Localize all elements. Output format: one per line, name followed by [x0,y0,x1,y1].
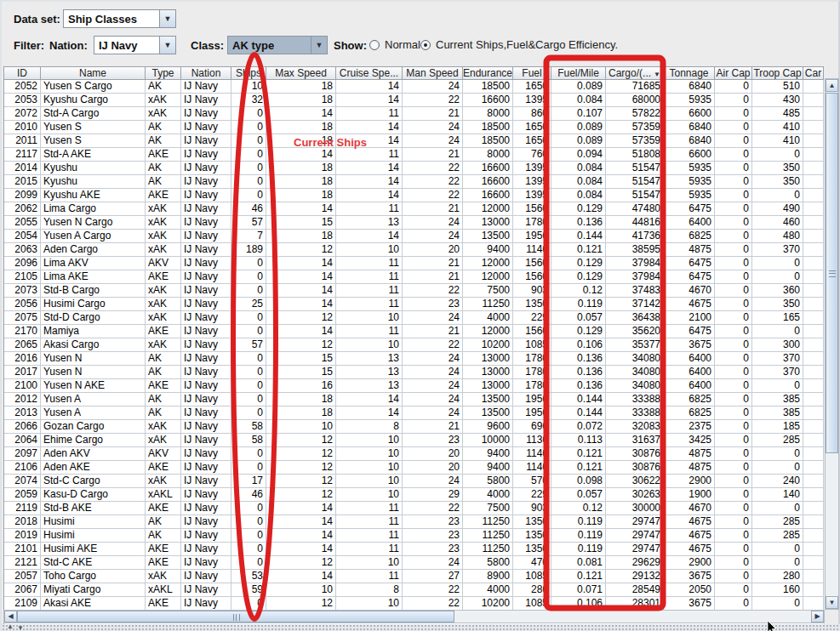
cell-air-cap[interactable]: 0 [715,406,752,420]
table-row[interactable]: 2016Yusen NAKIJ Navy01513241300017800.13… [4,352,824,366]
cell-cruise-spe[interactable]: 11 [336,148,403,162]
cell-fuel[interactable]: 1956 [513,393,551,406]
cell-cargo[interactable]: 51808 [606,148,664,162]
cell-type[interactable]: xAK [146,216,181,230]
table-row[interactable]: 2013Yusen AAKIJ Navy01814241350019560.14… [4,406,824,420]
cell-car[interactable] [803,162,824,175]
cell-car[interactable] [803,597,824,611]
cell-fuel[interactable]: 1146 [513,447,551,461]
table-row[interactable]: 2057Toho CargoxAKIJ Navy5314112789001085… [4,570,824,583]
cell-cargo[interactable]: 29629 [606,556,664,570]
cell-endurance[interactable]: 9400 [463,447,513,461]
cell-id[interactable]: 2065 [4,338,41,352]
cell-type[interactable]: AK [146,352,181,366]
cell-nation[interactable]: IJ Navy [181,121,231,134]
table-row[interactable]: 2017Yusen NAKIJ Navy01513241300017800.13… [4,366,824,379]
cell-fuel[interactable]: 696 [513,420,551,434]
cell-troop-cap[interactable]: 0 [752,379,803,393]
cell-car[interactable] [803,352,824,366]
cell-tonnage[interactable]: 2375 [664,420,715,434]
cell-nation[interactable]: IJ Navy [181,570,231,583]
cell-name[interactable]: Husimi AKE [41,543,146,556]
cell-car[interactable] [803,529,824,543]
cell-endurance[interactable]: 7500 [463,502,513,515]
cell-troop-cap[interactable]: 430 [752,94,803,107]
cell-air-cap[interactable]: 0 [715,597,752,611]
cell-troop-cap[interactable]: 510 [752,80,803,94]
cell-ships[interactable]: 46 [231,488,266,502]
table-row[interactable]: 2170MamiyaAKEIJ Navy01411211200015600.12… [4,325,824,338]
cell-fuel-mile[interactable]: 0.136 [551,379,606,393]
cell-max-speed[interactable]: 12 [266,447,336,461]
cell-name[interactable]: Akasi AKE [41,597,146,611]
class-combobox[interactable]: AK type ▼ [227,36,328,54]
cell-cruise-spe[interactable]: 13 [336,379,403,393]
cell-ships[interactable]: 0 [231,257,266,270]
cell-cargo[interactable]: 30000 [606,502,664,515]
table-row[interactable]: 2019HusimiAKIJ Navy01411231125013500.119… [4,529,824,543]
cell-air-cap[interactable]: 0 [715,243,752,257]
cell-troop-cap[interactable]: 0 [752,556,803,570]
cell-name[interactable]: Kyushu [41,175,146,189]
cell-cruise-spe[interactable]: 11 [336,107,403,121]
radio-normal[interactable]: Normal [369,38,420,51]
table-row[interactable]: 2101Husimi AKEAKEIJ Navy0141123112501350… [4,543,824,556]
cell-max-speed[interactable]: 14 [266,284,336,298]
cell-name[interactable]: Husimi Cargo [41,298,146,311]
cell-max-speed[interactable]: 14 [266,298,336,311]
cell-cargo[interactable]: 30263 [606,488,664,502]
cell-name[interactable]: Yusen S [41,121,146,134]
cell-name[interactable]: Std-D Cargo [41,311,146,325]
cell-air-cap[interactable]: 0 [715,284,752,298]
cell-max-speed[interactable]: 12 [266,488,336,502]
cell-man-speed[interactable]: 24 [403,475,463,488]
cell-air-cap[interactable]: 0 [715,420,752,434]
cell-endurance[interactable]: 16600 [463,94,513,107]
cell-fuel[interactable]: 860 [513,107,551,121]
table-row[interactable]: 2067Miyati CargoxAKLIJ Navy5910822400028… [4,583,824,597]
cell-cargo[interactable]: 30876 [606,447,664,461]
table-row[interactable]: 2054Yusen A CargoxAKIJ Navy7181424135001… [4,230,824,243]
table-row[interactable]: 2105Lima AKEAKEIJ Navy01411211200015600.… [4,270,824,284]
cell-cargo[interactable]: 44816 [606,216,664,230]
cell-air-cap[interactable]: 0 [715,107,752,121]
table-row[interactable]: 2121Std-C AKEAKEIJ Navy012102458004700.0… [4,556,824,570]
table-row[interactable]: 2066Gozan CargoxAKIJ Navy581082196006960… [4,420,824,434]
cell-max-speed[interactable]: 12 [266,597,336,611]
cell-type[interactable]: xAKL [146,583,181,597]
cell-car[interactable] [803,475,824,488]
column-header-fuel[interactable]: Fuel [513,67,551,80]
cell-endurance[interactable]: 12000 [463,202,513,216]
cell-fuel-mile[interactable]: 0.12 [551,284,606,298]
cell-air-cap[interactable]: 0 [715,134,752,148]
cell-nation[interactable]: IJ Navy [181,134,231,148]
cell-cruise-spe[interactable]: 13 [336,216,403,230]
cell-endurance[interactable]: 13500 [463,230,513,243]
cell-max-speed[interactable]: 14 [266,543,336,556]
cell-air-cap[interactable]: 0 [715,162,752,175]
cell-troop-cap[interactable]: 240 [752,475,803,488]
splitter-collapse-down-icon[interactable]: ▼ [17,625,24,631]
cell-troop-cap[interactable]: 410 [752,134,803,148]
cell-endurance[interactable]: 18500 [463,134,513,148]
cell-man-speed[interactable]: 21 [403,270,463,284]
cell-troop-cap[interactable]: 0 [752,502,803,515]
cell-fuel[interactable]: 903 [513,284,551,298]
cell-cargo[interactable]: 29747 [606,515,664,529]
cell-type[interactable]: xAK [146,94,181,107]
cell-type[interactable]: AKE [146,597,181,611]
cell-fuel-mile[interactable]: 0.084 [551,162,606,175]
cell-fuel-mile[interactable]: 0.136 [551,352,606,366]
cell-fuel[interactable]: 1560 [513,325,551,338]
cell-ships[interactable]: 25 [231,298,266,311]
cell-car[interactable] [803,94,824,107]
cell-fuel[interactable]: 1560 [513,257,551,270]
cell-fuel-mile[interactable]: 0.121 [551,570,606,583]
cell-car[interactable] [803,284,824,298]
cell-name[interactable]: Yusen N Cargo [41,216,146,230]
cell-type[interactable]: AKE [146,325,181,338]
cell-id[interactable]: 2055 [4,216,41,230]
cell-cruise-spe[interactable]: 14 [336,189,403,202]
cell-ships[interactable]: 0 [231,311,266,325]
cell-air-cap[interactable]: 0 [715,230,752,243]
